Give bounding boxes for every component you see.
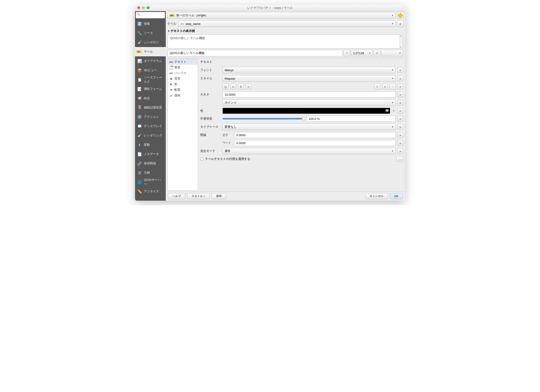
bold-button[interactable]: B <box>374 84 380 90</box>
sidebar-label: ソース <box>144 31 153 35</box>
labeling-mode-combo[interactable]: abc 単一のラベル（single） <box>167 12 396 19</box>
size-unit-combo[interactable]: ポイント <box>223 99 396 106</box>
sidebar-item-15[interactable]: 🔗依存関係 <box>135 159 166 168</box>
scale-value: 1:27129 <box>353 51 364 55</box>
sidebar-item-6[interactable]: 📋ソースフィールド <box>135 75 166 84</box>
italic-button[interactable]: I <box>390 84 396 90</box>
letter-spin[interactable] <box>234 132 396 138</box>
case-combo[interactable]: 変更なし <box>223 124 396 130</box>
sidebar-item-4[interactable]: 📊ダイアグラム <box>135 56 166 66</box>
scale-combo[interactable]: 1:27129 <box>351 50 373 56</box>
size-override[interactable] <box>398 92 403 97</box>
sidebar-item-14[interactable]: 📄メタデータ <box>135 150 166 159</box>
bold-override[interactable] <box>382 84 388 89</box>
sidebar-item-9[interactable]: 🗄補助記憶装置 <box>135 103 166 112</box>
sidebar-item-13[interactable]: ε変数 <box>135 140 166 150</box>
slider-thumb[interactable] <box>302 117 305 120</box>
sidebar-icon: 🖌 <box>137 133 142 138</box>
ok-button[interactable]: OK <box>390 193 403 199</box>
sidebar-icon: ε <box>137 142 142 147</box>
letter-override[interactable] <box>398 132 403 138</box>
splitter-handle[interactable] <box>168 57 403 59</box>
style-button[interactable]: スタイル <box>187 193 210 199</box>
label-field-combo[interactable]: abc stop_name <box>178 20 396 27</box>
sidebar-item-12[interactable]: 🖌レンダリング <box>135 131 166 140</box>
minimize-icon[interactable] <box>142 6 145 9</box>
sidebar-icon: 📦 <box>137 68 142 73</box>
word-override[interactable] <box>398 140 403 146</box>
sidebar-icon: ✏️ <box>137 189 142 194</box>
cancel-button[interactable]: キャンセル <box>365 193 388 199</box>
pick-scale-button[interactable]: ⤢ <box>374 50 380 56</box>
sidebar-item-17[interactable]: 🌐QGISサーバー <box>135 177 166 187</box>
preview-text-input[interactable] <box>168 50 343 56</box>
subtab-label: 描画 <box>174 93 180 98</box>
preview-bg-combo[interactable] <box>381 50 403 56</box>
sidebar-item-3[interactable]: abcラベル <box>135 47 166 56</box>
subtab-5[interactable]: ✥配置 <box>168 87 198 93</box>
color-override[interactable] <box>398 108 403 114</box>
subtab-3[interactable]: ◙背景 <box>168 76 198 81</box>
color-dropdown-icon[interactable]: ▼ <box>392 108 396 114</box>
sidebar-item-18[interactable]: ✏️デジタイズ <box>135 187 166 196</box>
opacity-spin[interactable] <box>306 116 396 122</box>
sidebar-item-1[interactable]: 🔧ソース <box>135 28 166 38</box>
opacity-slider[interactable] <box>223 118 305 119</box>
style-override[interactable] <box>398 76 403 81</box>
subtab-1[interactable]: +ab < c整形 <box>168 65 198 70</box>
sidebar-label: 凡例 <box>144 171 150 175</box>
subtab-2[interactable]: abcバッファ <box>168 70 198 76</box>
preview-sample: QGISの新しいラベル機能 <box>170 36 205 40</box>
sidebar-label: 補助記憶装置 <box>144 106 162 110</box>
labeling-rules-button[interactable] <box>397 12 404 19</box>
font-override[interactable] <box>398 67 403 73</box>
sidebar-item-10[interactable]: ⚙️アクション <box>135 112 166 121</box>
apply-button[interactable]: 適用 <box>212 193 226 199</box>
unit-override[interactable] <box>398 100 403 106</box>
color-button[interactable] <box>223 108 390 114</box>
case-override[interactable] <box>398 124 403 130</box>
sidebar-item-2[interactable]: 🖌シンボロジ <box>135 38 166 47</box>
strike-override[interactable] <box>246 84 251 89</box>
strike-button[interactable]: S <box>238 84 244 90</box>
help-button[interactable]: ヘルプ <box>168 193 185 199</box>
word-spin[interactable] <box>234 140 396 146</box>
subtab-4[interactable]: ◓影 <box>168 81 198 87</box>
close-icon[interactable] <box>137 6 140 9</box>
opacity-override[interactable] <box>398 116 403 121</box>
sidebar-item-0[interactable]: ℹ️情報 <box>135 19 166 28</box>
preview-section-title[interactable]: テキストの表示例 <box>166 28 405 34</box>
sidebar-item-16[interactable]: ☰凡例 <box>135 168 166 177</box>
font-combo[interactable]: Meiryo <box>223 67 396 73</box>
blend-override[interactable] <box>398 148 403 154</box>
sidebar-label: メタデータ <box>144 152 159 156</box>
subtab-0[interactable]: abcテキスト <box>168 59 198 65</box>
style-label: スタイル <box>200 76 221 80</box>
style-combo[interactable]: Regular <box>223 75 396 82</box>
zoom-icon[interactable] <box>147 6 150 9</box>
sidebar-item-8[interactable]: 📢結合 <box>135 94 166 103</box>
search-input[interactable] <box>136 12 165 18</box>
labeling-mode-value: 単一のラベル（single） <box>176 13 208 17</box>
substitute-config-button[interactable]: … <box>396 156 403 162</box>
sidebar-icon: ☰ <box>137 170 142 175</box>
sidebar-item-7[interactable]: 📝属性フォーム <box>135 84 166 94</box>
expression-button[interactable]: ε <box>397 20 404 27</box>
sidebar-icon: abc <box>137 49 142 54</box>
sidebar-label: デジタイズ <box>144 189 159 193</box>
underline-button[interactable]: U <box>223 84 229 90</box>
italic-override[interactable] <box>398 84 403 89</box>
sidebar-item-11[interactable]: 💬ディスプレイ <box>135 121 166 131</box>
size-spin[interactable] <box>223 91 396 98</box>
substitute-checkbox[interactable] <box>200 157 203 161</box>
search-wrap <box>135 11 166 19</box>
preview-scrollbar[interactable] <box>399 35 403 48</box>
subtab-6[interactable]: 🖌描画 <box>168 93 198 98</box>
blend-label: 混合モード <box>200 149 221 153</box>
underline-override[interactable] <box>230 84 236 89</box>
reset-preview-button[interactable]: ⟲ <box>344 50 350 56</box>
sidebar-item-5[interactable]: 📦3Dビュー <box>135 66 166 75</box>
blend-combo[interactable]: 通常 <box>223 148 396 154</box>
sidebar-label: レンダリング <box>144 133 162 138</box>
subtab-icon: abc <box>169 72 173 75</box>
